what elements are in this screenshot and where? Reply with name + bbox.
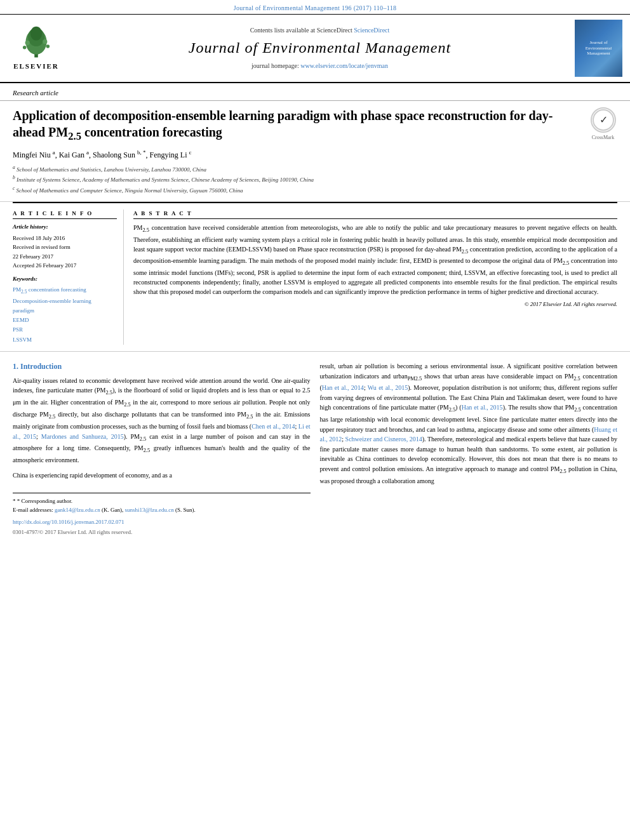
crossmark-icon: ✓ [591, 107, 616, 133]
banner-center: Contents lists available at ScienceDirec… [65, 26, 575, 70]
left-column: 1. Introduction Air-quality issues relat… [13, 361, 311, 537]
email-link-1[interactable]: gank14@lzu.edu.cn [55, 507, 100, 513]
ref-han2014[interactable]: Han et al., 2014 [322, 384, 364, 391]
svg-point-3 [30, 27, 42, 41]
article-dates: Received 18 July 2016 Received in revise… [13, 234, 117, 270]
abstract-section: A B S T R A C T PM2.5 concentration have… [133, 210, 617, 345]
main-body: 1. Introduction Air-quality issues relat… [0, 352, 630, 546]
received-date: Received 18 July 2016 [13, 234, 117, 243]
article-info-title: A R T I C L E I N F O [13, 210, 117, 220]
keywords-label: Keywords: [13, 275, 117, 283]
article-info-abstract: A R T I C L E I N F O Article history: R… [0, 203, 630, 352]
article-history-label: Article history: [13, 223, 117, 231]
svg-point-5 [43, 39, 47, 44]
journal-reference: Journal of Environmental Management 196 … [0, 0, 630, 15]
keyword-4: EEMD [13, 316, 117, 325]
revised-date: 22 February 2017 [13, 252, 117, 261]
svg-text:✓: ✓ [599, 114, 607, 125]
elsevier-tree-icon [14, 25, 58, 60]
pm25-subscript: 2.5 [68, 130, 81, 142]
authors: Mingfei Niu a, Kai Gan a, Shaolong Sun b… [13, 149, 579, 161]
crossmark[interactable]: ✓ CrossMark [589, 107, 617, 141]
revised-label: Received in revised form [13, 243, 117, 251]
intro-paragraph-1: Air-quality issues related to economic d… [13, 376, 311, 465]
crossmark-label: CrossMark [592, 134, 615, 141]
svg-point-6 [23, 46, 26, 50]
journal-title: Journal of Environmental Management [71, 37, 568, 59]
keyword-6: LSSVM [13, 335, 117, 345]
journal-thumbnail: Journal of Environmental Management [575, 20, 622, 77]
article-title: Application of decomposition-ensemble le… [13, 107, 579, 143]
doi-line[interactable]: http://dx.doi.org/10.1016/j.jenvman.2017… [13, 518, 311, 526]
keyword-3: paradigm [13, 306, 117, 316]
elsevier-logo: ELSEVIER [8, 25, 65, 71]
article-header: Application of decomposition-ensemble le… [0, 101, 630, 201]
abstract-title: A B S T R A C T [133, 210, 617, 220]
ref-mardones2015[interactable]: Mardones and Sanhueza, 2015 [41, 433, 124, 440]
footnote-area: * * Corresponding author. E-mail address… [13, 493, 311, 514]
accepted-date: Accepted 26 February 2017 [13, 261, 117, 270]
article-title-section: Application of decomposition-ensemble le… [13, 107, 579, 194]
right-column: result, urban air pollution is becoming … [320, 361, 618, 537]
intro-paragraph-2: China is experiencing rapid development … [13, 470, 311, 481]
homepage-link: journal homepage: www.elsevier.com/locat… [71, 62, 568, 70]
svg-point-7 [46, 44, 50, 48]
article-info: A R T I C L E I N F O Article history: R… [13, 210, 124, 345]
ref-han2015[interactable]: Han et al., 2015 [462, 404, 503, 411]
right-paragraph-1: result, urban air pollution is becoming … [320, 361, 618, 486]
ref-schweizer2014[interactable]: Schweizer and Cisneros, 2014 [345, 436, 422, 443]
copyright: © 2017 Elsevier Ltd. All rights reserved… [133, 300, 617, 309]
homepage-url[interactable]: www.elsevier.com/locate/jenvman [300, 62, 388, 69]
keywords-section: Keywords: PM2.5 concentration forecastin… [13, 275, 117, 345]
sciencedirect-text: Contents lists available at ScienceDirec… [71, 26, 568, 35]
article-type: Research article [0, 83, 630, 101]
email-addresses: E-mail addresses: gank14@lzu.edu.cn (K. … [13, 506, 311, 515]
elsevier-wordmark: ELSEVIER [13, 62, 59, 71]
sciencedirect-link[interactable]: ScienceDirect [354, 27, 389, 34]
email-link-2[interactable]: sunshi13@lzu.edu.cn [125, 507, 174, 513]
corresponding-author: * * Corresponding author. [13, 497, 311, 506]
footer-copyright: 0301-4797/© 2017 Elsevier Ltd. All right… [13, 528, 311, 537]
keywords-list: PM2.5 concentration forecasting Decompos… [13, 285, 117, 345]
ref-chen2014[interactable]: Chen et al., 2014 [251, 423, 295, 430]
abstract-text: PM2.5 concentration have received consid… [133, 223, 617, 296]
keyword-5: PSR [13, 325, 117, 335]
affiliations: a School of Mathematics and Statistics, … [13, 164, 579, 195]
ref-wu2015[interactable]: Wu et al., 2015 [368, 384, 408, 391]
keyword-1: PM2.5 concentration forecasting [13, 285, 117, 297]
svg-point-4 [25, 41, 30, 45]
keyword-2: Decomposition-ensemble learning [13, 297, 117, 306]
journal-banner: ELSEVIER Contents lists available at Sci… [0, 15, 630, 83]
introduction-heading: 1. Introduction [13, 361, 311, 372]
